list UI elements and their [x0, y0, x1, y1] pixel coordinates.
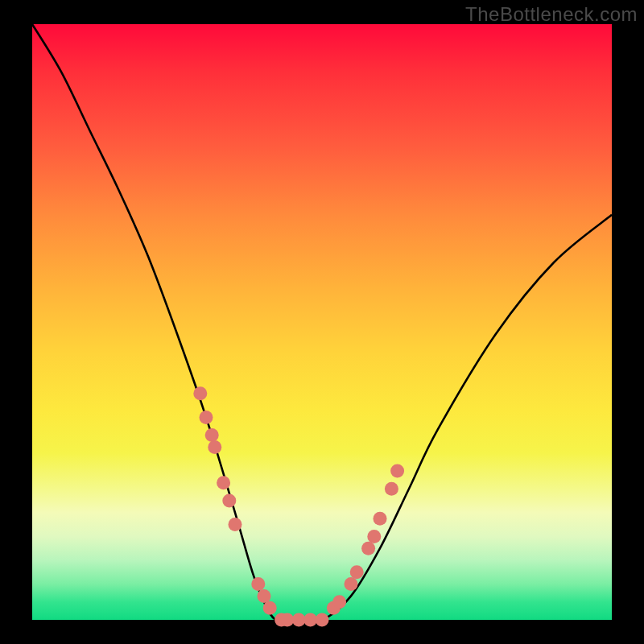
sample-dot — [316, 613, 329, 627]
sample-dot — [350, 565, 364, 579]
sample-dot — [205, 428, 219, 442]
sample-dot — [374, 512, 387, 526]
sample-dot — [263, 601, 277, 615]
sample-dot — [385, 482, 398, 496]
watermark-text: TheBottleneck.com — [465, 3, 638, 26]
bottleneck-curve-svg — [32, 24, 612, 620]
sample-dot — [217, 476, 230, 489]
plot-area — [32, 24, 612, 620]
sample-dot — [345, 577, 358, 591]
sample-dot — [332, 595, 346, 609]
sample-dot — [367, 530, 381, 543]
sample-dots — [193, 386, 404, 626]
sample-dot — [251, 577, 265, 591]
sample-dot — [208, 440, 221, 454]
sample-dot — [229, 518, 242, 531]
sample-dot — [361, 542, 375, 555]
sample-dot — [193, 386, 207, 400]
sample-dot — [222, 494, 236, 508]
chart-frame: TheBottleneck.com — [0, 0, 644, 644]
sample-dot — [258, 589, 271, 603]
sample-dot — [200, 411, 213, 424]
bottleneck-curve — [32, 24, 612, 621]
sample-dot — [390, 464, 404, 478]
